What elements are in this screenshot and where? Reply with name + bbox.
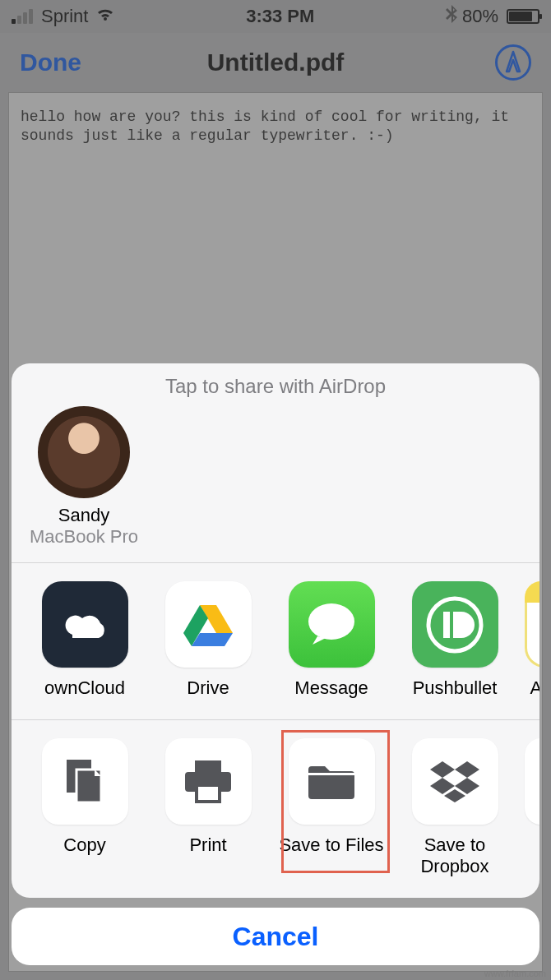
action-partial[interactable] — [516, 738, 539, 876]
action-save-to-files[interactable]: Save to Files — [270, 738, 393, 876]
pushbullet-icon — [412, 581, 498, 668]
airdrop-target[interactable]: Sandy MacBook Pro — [30, 406, 138, 548]
owncloud-icon — [42, 581, 128, 668]
action-copy[interactable]: Copy — [23, 738, 146, 876]
share-app-message[interactable]: Message — [270, 581, 393, 698]
app-label: ownCloud — [44, 677, 125, 698]
action-label: Copy — [63, 834, 105, 855]
svg-rect-11 — [197, 785, 220, 802]
svg-marker-17 — [444, 789, 465, 802]
share-app-partial[interactable]: Ad — [516, 581, 539, 698]
share-actions-row[interactable]: Copy Print Save to Files Save to Dropb — [12, 720, 539, 898]
share-app-pushbullet[interactable]: Pushbullet — [393, 581, 516, 698]
avatar — [38, 406, 130, 498]
airdrop-name: Sandy — [30, 505, 138, 526]
svg-point-3 — [308, 603, 354, 640]
action-label: Print — [189, 834, 226, 855]
svg-rect-12 — [308, 773, 354, 775]
action-print[interactable]: Print — [146, 738, 270, 876]
share-app-owncloud[interactable]: ownCloud — [23, 581, 146, 698]
svg-marker-13 — [430, 761, 455, 778]
cancel-label: Cancel — [233, 922, 319, 952]
share-sheet: Tap to share with AirDrop Sandy MacBook … — [12, 363, 539, 898]
drive-icon — [165, 581, 252, 668]
share-apps-row[interactable]: ownCloud Drive Message Pushbullet — [12, 563, 539, 719]
share-app-drive[interactable]: Drive — [146, 581, 270, 698]
svg-rect-5 — [443, 612, 450, 638]
dropbox-icon — [412, 738, 498, 825]
print-icon — [165, 738, 252, 825]
message-icon — [289, 581, 375, 668]
airdrop-header: Tap to share with AirDrop — [12, 363, 539, 406]
svg-rect-9 — [195, 760, 221, 772]
action-label: Save to Files — [279, 834, 383, 855]
cancel-button[interactable]: Cancel — [12, 908, 539, 965]
action-save-to-dropbox[interactable]: Save to Dropbox — [393, 738, 516, 876]
app-label: Pushbullet — [413, 677, 498, 698]
app-label: Drive — [187, 677, 229, 698]
app-label: Message — [294, 677, 368, 698]
app-label: Ad — [530, 677, 539, 698]
action-label: Save to Dropbox — [420, 834, 488, 876]
copy-icon — [42, 738, 128, 825]
svg-marker-14 — [455, 761, 479, 778]
folder-icon — [289, 738, 375, 825]
airdrop-device: MacBook Pro — [30, 526, 138, 548]
watermark: www.frfam.com — [484, 968, 546, 978]
notes-icon — [525, 581, 539, 668]
partial-icon — [525, 738, 539, 825]
